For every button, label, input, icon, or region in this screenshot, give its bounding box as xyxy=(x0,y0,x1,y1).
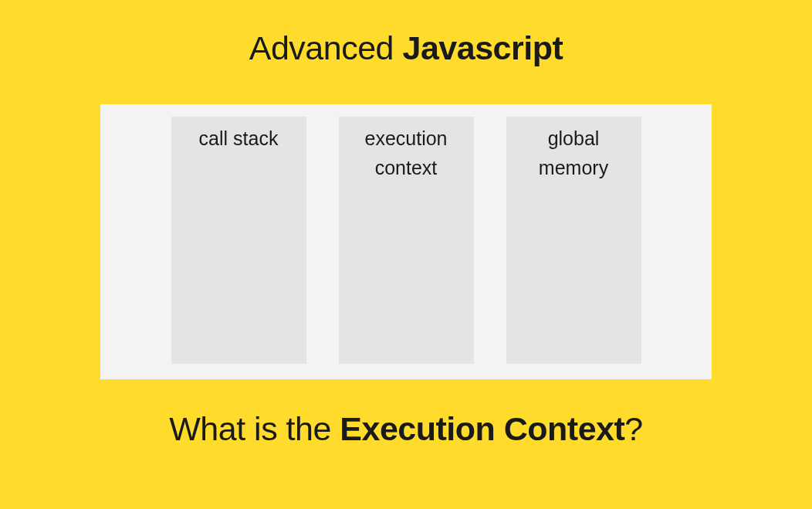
column-label: execution context xyxy=(339,124,474,182)
column-call-stack: call stack xyxy=(171,117,306,364)
diagram-container: call stack execution context global memo… xyxy=(100,104,712,379)
page-subtitle: What is the Execution Context? xyxy=(169,410,642,448)
column-label: global memory xyxy=(506,124,641,182)
column-execution-context: execution context xyxy=(339,117,474,364)
title-bold: Javascript xyxy=(402,29,563,66)
subtitle-suffix: ? xyxy=(624,410,642,447)
column-label: call stack xyxy=(171,124,306,154)
page-title: Advanced Javascript xyxy=(249,29,563,67)
subtitle-prefix: What is the xyxy=(169,410,340,447)
subtitle-bold: Execution Context xyxy=(340,410,624,447)
column-global-memory: global memory xyxy=(506,117,641,364)
title-prefix: Advanced xyxy=(249,29,403,66)
